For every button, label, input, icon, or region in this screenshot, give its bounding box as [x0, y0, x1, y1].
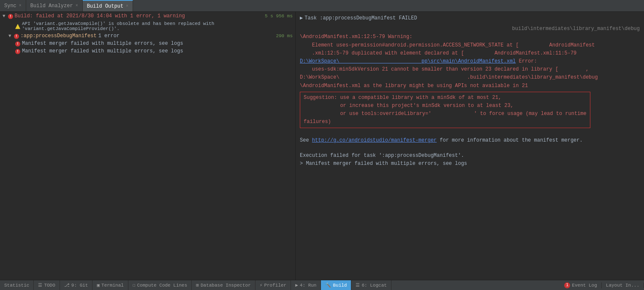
task-header-arrow: ▶ — [300, 14, 303, 22]
layout-inspector-label: Layout In... — [606, 283, 639, 288]
compute-icon: ☐ — [133, 282, 136, 288]
git-icon: ⎇ — [64, 282, 70, 288]
status-event-log[interactable]: 1 Event Log — [560, 282, 601, 288]
task-time: 290 ms — [276, 33, 293, 38]
tab-build-analyzer-close[interactable]: × — [76, 3, 78, 8]
logcat-label: 6: Logcat — [361, 283, 386, 288]
error-text-1: Manifest merger failed with multiple err… — [22, 41, 183, 47]
build-error-icon — [8, 14, 13, 19]
status-run[interactable]: ▶ 4: Run — [291, 280, 321, 290]
terminal-icon: ▣ — [97, 282, 100, 288]
android-manifest-warning: \AndroidManifest.xml:12:5-79 Warning: El… — [300, 34, 595, 56]
status-build[interactable]: 🔨 Build — [321, 280, 351, 290]
profiler-label: Profiler — [264, 283, 286, 288]
warning-icon — [15, 24, 20, 29]
workspace-link[interactable]: D:\WorkSpace\ pp\src\main\AndroidManifes… — [300, 58, 516, 64]
error-line-2: Manifest merger failed with multiple err… — [0, 47, 295, 55]
build-tree-arrow[interactable]: ▼ — [3, 14, 5, 19]
task-header: ▶ Task :app:processDebugManifest FAILED — [300, 14, 640, 22]
tab-sync-label: Sync — [4, 3, 16, 9]
build-status-text: Build: failed at 2021/8/30 14:04 with 1 … — [15, 13, 185, 19]
todo-icon: ☰ — [38, 282, 42, 288]
build-header-left: ▼ Build: failed at 2021/8/30 14:04 with … — [3, 13, 185, 19]
status-logcat[interactable]: ☰ 6: Logcat — [351, 280, 391, 290]
task-name: :app:processDebugManifest — [21, 33, 97, 39]
todo-label: TODO — [44, 283, 55, 288]
status-database-inspector[interactable]: ⊞ Database Inspector — [192, 280, 255, 290]
run-icon: ▶ — [295, 282, 298, 288]
status-layout-inspector[interactable]: Layout In... — [602, 283, 644, 288]
see-suffix: for more information about the manifest … — [437, 137, 583, 143]
status-compute-code-lines[interactable]: ☐ Compute Code Lines — [128, 280, 192, 290]
status-bar: Statistic ☰ TODO ⎇ 9: Git ▣ Terminal ☐ C… — [0, 280, 644, 290]
right-panel-content: build\intermediates\library_manifest\deb… — [300, 25, 640, 90]
compute-label: Compute Code Lines — [137, 283, 187, 288]
right-panel: ▶ Task :app:processDebugManifest FAILED … — [296, 12, 644, 280]
status-terminal[interactable]: ▣ Terminal — [92, 280, 128, 290]
tab-build-output-label: Build Output — [87, 3, 123, 9]
tab-build-analyzer[interactable]: Build Analyzer × — [26, 0, 83, 11]
task-header-text: Task :app:processDebugManifest FAILED — [304, 14, 417, 22]
status-todo[interactable]: ☰ TODO — [34, 280, 60, 290]
run-label: 4: Run — [300, 283, 317, 288]
task-badge: 1 error — [98, 33, 120, 39]
manifest-error-text: > Manifest merger failed with multiple e… — [300, 161, 467, 167]
error-line-1: Manifest merger failed with multiple err… — [0, 40, 295, 47]
suggestion-text: Suggestion: use a compatible library wit… — [304, 94, 587, 126]
tab-build-output[interactable]: Build Output × — [83, 0, 133, 11]
suggestion-box: Suggestion: use a compatible library wit… — [300, 92, 590, 129]
see-prefix: See — [300, 137, 312, 143]
build-icon: 🔨 — [325, 282, 331, 288]
tab-build-output-close[interactable]: × — [126, 4, 128, 8]
error-icon-1 — [15, 41, 20, 47]
warning-line: API 'variant.getJavaCompile()' is obsole… — [0, 20, 295, 32]
build-header[interactable]: ▼ Build: failed at 2021/8/30 14:04 with … — [0, 12, 295, 20]
terminal-label: Terminal — [101, 283, 124, 288]
profiler-icon: ⚡ — [260, 282, 263, 288]
build-time: 5 s 956 ms — [265, 14, 293, 19]
task-line[interactable]: ▼ :app:processDebugManifest 1 error 290 … — [0, 32, 295, 40]
path-line: build\intermediates\library_manifest\deb… — [512, 25, 640, 33]
task-line-left: ▼ :app:processDebugManifest 1 error — [8, 33, 120, 39]
execution-failed: Execution failed for task ':app:processD… — [300, 152, 640, 168]
database-label: Database Inspector — [201, 283, 251, 288]
manifest-merger-link[interactable]: http://g.co/androidstudio/manifest-merge… — [312, 137, 437, 143]
see-line: See http://g.co/androidstudio/manifest-m… — [300, 137, 640, 145]
error-icon-2 — [15, 49, 20, 54]
tab-bar: Sync × Build Analyzer × Build Output × — [0, 0, 644, 12]
main-content: ▼ Build: failed at 2021/8/30 14:04 with … — [0, 12, 644, 280]
tab-sync-close[interactable]: × — [19, 3, 22, 8]
warning-text: API 'variant.getJavaCompile()' is obsole… — [22, 21, 293, 31]
event-log-label: Event Log — [572, 283, 597, 288]
status-git[interactable]: ⎇ 9: Git — [60, 280, 93, 290]
status-profiler[interactable]: ⚡ Profiler — [255, 280, 291, 290]
left-panel: ▼ Build: failed at 2021/8/30 14:04 with … — [0, 12, 296, 280]
task-arrow[interactable]: ▼ — [8, 33, 11, 38]
build-label: Build — [333, 283, 347, 288]
event-log-badge: 1 — [564, 282, 570, 288]
tab-build-analyzer-label: Build Analyzer — [30, 3, 73, 9]
tab-sync[interactable]: Sync × — [0, 0, 26, 11]
error-text-2: Manifest merger failed with multiple err… — [22, 48, 183, 54]
execution-failed-text: Execution failed for task ':app:processD… — [300, 153, 464, 159]
logcat-icon: ☰ — [356, 282, 360, 288]
task-error-icon — [14, 34, 19, 39]
status-statistic[interactable]: Statistic — [0, 280, 34, 290]
git-label: 9: Git — [71, 283, 88, 288]
database-icon: ⊞ — [196, 282, 199, 288]
statistic-label: Statistic — [4, 283, 29, 288]
status-right: 1 Event Log Layout In... — [560, 282, 644, 288]
